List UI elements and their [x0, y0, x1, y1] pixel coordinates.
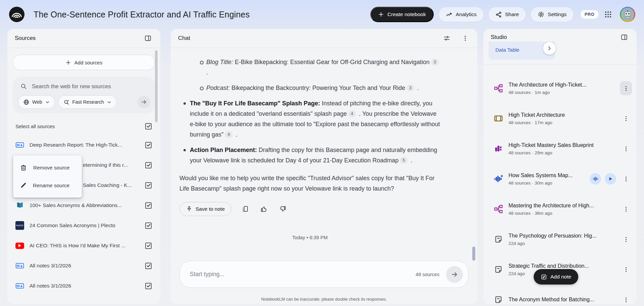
studio-item[interactable]: The Acronym Method for Batching... [483, 285, 637, 304]
more-options-button[interactable] [620, 262, 632, 276]
studio-item-actions [620, 111, 632, 125]
rename-source-menu-item[interactable]: Rename source [13, 176, 82, 194]
research-mode-dropdown[interactable]: Fast Research [58, 95, 117, 109]
more-options-button[interactable] [620, 111, 632, 125]
studio-item-text: High-Ticket Mastery Sales Blueprint48 so… [508, 142, 615, 155]
source-context-menu: Remove sourceRename source [13, 155, 82, 198]
more-options-button[interactable] [620, 81, 632, 95]
save-to-note-button[interactable]: Save to note [179, 202, 231, 216]
studio-item-actions [620, 293, 632, 304]
studio-item[interactable]: Mastering the Architecture of High...48 … [483, 194, 637, 224]
source-checkbox[interactable] [145, 243, 152, 249]
source-row[interactable]: PLECTO24 Common Sales Acronyms | Plecto [7, 215, 160, 236]
copy-icon[interactable] [240, 204, 250, 214]
interactive-audio-button[interactable] [590, 173, 601, 185]
studio-item[interactable]: How Sales Systems Map...48 sources · 30m… [483, 164, 637, 194]
studio-item[interactable]: High-Ticket Mastery Sales Blueprint48 so… [483, 134, 637, 164]
gear-icon [538, 11, 544, 18]
more-options-button[interactable] [620, 142, 632, 156]
add-sources-button[interactable]: Add sources [13, 55, 155, 70]
source-row[interactable]: 100+ Sales Acronyms & Abbreviations... [7, 195, 160, 215]
search-icon [20, 83, 27, 90]
share-button[interactable]: Share [488, 7, 526, 22]
collapse-studio-panel-icon[interactable] [619, 32, 629, 42]
source-title: 24 Common Sales Acronyms | Plecto [30, 222, 140, 228]
thumbs-down-icon[interactable] [278, 204, 288, 214]
sources-panel-title: Sources [15, 35, 36, 42]
chat-bullet-item: Podcast: Bikepacking the Backcountry: Po… [179, 83, 440, 93]
citation-chip[interactable]: 4 [348, 110, 356, 117]
citation-chip[interactable]: 3 [407, 85, 414, 91]
chat-scrollbar[interactable] [472, 247, 475, 261]
studio-item-text: High Ticket Architecture48 sources · 17m… [508, 112, 615, 125]
source-row[interactable]: Deep Research Report: The High-Tick... [7, 135, 160, 155]
send-message-button[interactable] [446, 266, 463, 283]
more-options-button[interactable] [620, 232, 632, 246]
notebooklm-logo-icon[interactable] [9, 6, 25, 22]
studio-item[interactable]: The Architecture of High-Ticket...48 sou… [483, 73, 637, 103]
text-segment: . [416, 85, 419, 91]
more-options-button[interactable] [620, 172, 632, 186]
pencil-icon [20, 182, 27, 189]
more-options-button[interactable] [620, 202, 632, 216]
studio-item[interactable]: High Ticket Architecture48 sources · 17m… [483, 103, 637, 134]
note-icon [493, 234, 503, 244]
analytics-button[interactable]: Analytics [438, 7, 484, 22]
source-title: All notes 3/1/2026 [30, 263, 140, 269]
apps-grid-icon[interactable] [603, 9, 613, 19]
search-input[interactable]: Search the web for new sources [18, 83, 150, 95]
citation-chip[interactable]: 5 [400, 157, 408, 164]
studio-item-meta: 48 sources · 30m ago [508, 181, 585, 186]
chat-settings-sliders-icon[interactable] [442, 33, 452, 43]
text-segment: . [234, 131, 237, 138]
source-checkbox[interactable] [145, 142, 152, 148]
remove-source-menu-item[interactable]: Remove source [13, 159, 82, 176]
source-checkbox[interactable] [145, 283, 152, 289]
chat-input[interactable]: Start typing... [190, 271, 416, 278]
source-row[interactable]: All notes 3/1/2026 [7, 256, 160, 276]
text-segment: E-Bike Bikepacking: Essential Gear for O… [235, 59, 430, 65]
studio-item-actions [620, 262, 632, 276]
source-row[interactable]: AI CEO: THIS is How I'd Make My First ..… [7, 236, 160, 256]
thumbs-up-icon[interactable] [259, 204, 269, 214]
create-notebook-button[interactable]: Create notebook [370, 7, 434, 22]
studio-item-title: The Acronym Method for Batching... [508, 297, 615, 303]
citation-chip[interactable]: 3 [431, 59, 439, 65]
sources-scrollbar[interactable] [155, 50, 158, 122]
add-note-button[interactable]: Add note [534, 269, 578, 285]
sources-panel: Sources Add sources Search the web for n… [7, 29, 160, 304]
text-segment: Bikepacking the Backcountry: Powering Yo… [231, 85, 405, 91]
text-segment: . [206, 69, 208, 76]
select-all-checkbox[interactable] [145, 123, 152, 130]
studio-item-actions [590, 172, 632, 186]
more-options-button[interactable] [620, 293, 632, 304]
source-checkbox[interactable] [145, 202, 152, 209]
chips-next-button[interactable] [543, 42, 556, 55]
user-avatar[interactable] [620, 7, 635, 22]
note-icon [493, 264, 503, 274]
note-icon [493, 295, 503, 304]
web-source-dropdown[interactable]: Web [18, 95, 55, 109]
studio-item-title: How Sales Systems Map... [508, 172, 585, 178]
studio-item-meta: 48 sources · 17m ago [508, 120, 615, 125]
collapse-sources-panel-icon[interactable] [143, 33, 153, 43]
studio-item[interactable]: The Psychology of Persuasion: Hig...22d … [483, 224, 637, 254]
source-checkbox[interactable] [145, 263, 152, 269]
source-checkbox[interactable] [145, 162, 152, 168]
settings-button[interactable]: Settings [530, 7, 574, 22]
citation-chip[interactable]: 4 [225, 131, 232, 138]
play-button[interactable] [605, 173, 616, 185]
source-checkbox[interactable] [145, 222, 152, 229]
plus-icon [378, 11, 384, 17]
studio-item-actions [620, 142, 632, 156]
chat-more-options-icon[interactable] [461, 34, 470, 43]
message-actions-row: Save to note [179, 202, 440, 216]
source-checkbox[interactable] [145, 182, 152, 189]
search-placeholder: Search the web for new sources [32, 83, 111, 90]
text-segment: The "Buy It For Life Basecamp" Splash Pa… [190, 100, 322, 107]
flowchart-icon [493, 204, 503, 214]
studio-item-title: Mastering the Architecture of High... [508, 203, 615, 209]
source-row[interactable]: All notes 3/1/2026 [7, 276, 160, 296]
submit-search-button[interactable] [138, 96, 150, 108]
notebook-title[interactable]: The One-Sentence Profit Extractor and AI… [34, 10, 250, 19]
